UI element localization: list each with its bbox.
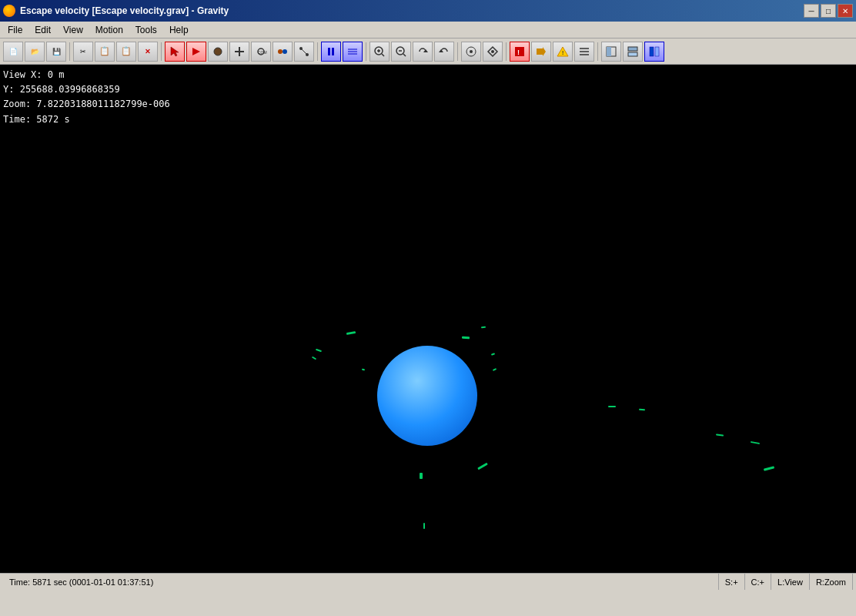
status-time-text: Time: 5871 sec (0001-01-01 01:37:51) xyxy=(9,578,153,587)
rotate-cw-button[interactable] xyxy=(413,42,433,62)
status-r: R:Zoom xyxy=(810,574,853,590)
hud-zoom: Zoom: 7.82203188011182799e-006 xyxy=(3,97,170,112)
svg-point-8 xyxy=(283,49,287,54)
menu-tools[interactable]: Tools xyxy=(129,22,163,38)
pause-icon xyxy=(325,45,337,58)
new-icon: 📄 xyxy=(9,48,18,55)
particle xyxy=(639,409,645,411)
pause-button[interactable] xyxy=(321,42,341,62)
zoom-out-button[interactable] xyxy=(391,42,411,62)
hud-view-y: Y: 255688.03996868359 xyxy=(3,82,170,97)
particle xyxy=(493,368,497,371)
menu-help[interactable]: Help xyxy=(163,22,195,38)
particle xyxy=(423,523,425,529)
separator-3 xyxy=(317,42,318,61)
view1-button[interactable] xyxy=(601,42,621,62)
object-tool-button[interactable] xyxy=(208,42,228,62)
save-button[interactable]: 💾 xyxy=(46,42,66,62)
svg-rect-13 xyxy=(332,48,334,55)
minimize-button[interactable]: ─ xyxy=(804,4,819,18)
paste-button[interactable]: 📋 xyxy=(116,42,136,62)
svg-marker-0 xyxy=(171,47,179,56)
particle xyxy=(346,331,356,335)
toolbar: 📄 📂 💾 ✂ 📋 📋 ✕ COM xyxy=(0,38,856,65)
cut-button[interactable]: ✂ xyxy=(73,42,93,62)
grid-icon xyxy=(346,45,359,58)
status-c: C:+ xyxy=(745,574,771,590)
close-button[interactable]: ✕ xyxy=(838,4,853,18)
menu-motion[interactable]: Motion xyxy=(89,22,129,38)
separator-6 xyxy=(506,42,507,61)
svg-marker-32 xyxy=(537,47,546,56)
view3-button[interactable] xyxy=(644,42,664,62)
connect-button[interactable] xyxy=(294,42,314,62)
status-l-label: L:View xyxy=(777,578,803,587)
svg-rect-42 xyxy=(650,47,654,56)
particle xyxy=(316,349,322,353)
svg-point-29 xyxy=(491,50,494,53)
follow-button[interactable] xyxy=(483,42,503,62)
new-button[interactable]: 📄 xyxy=(3,42,23,62)
multi-icon xyxy=(276,45,289,58)
status-r-label: R:Zoom xyxy=(816,578,846,587)
separator-4 xyxy=(366,42,366,61)
svg-rect-41 xyxy=(628,52,637,56)
multi-button[interactable] xyxy=(273,42,293,62)
alert-button[interactable]: ! xyxy=(510,42,530,62)
view2-button[interactable] xyxy=(623,42,643,62)
copy-icon: 📋 xyxy=(99,46,110,56)
particle xyxy=(312,357,316,360)
svg-rect-30 xyxy=(515,47,524,56)
warning-button[interactable]: ! xyxy=(553,42,573,62)
open-icon: 📂 xyxy=(31,48,39,55)
open-button[interactable]: 📂 xyxy=(25,42,45,62)
svg-marker-1 xyxy=(192,48,200,55)
menu-file[interactable]: File xyxy=(2,22,28,38)
simulation-viewport[interactable]: View X: 0 m Y: 255688.03996868359 Zoom: … xyxy=(0,65,856,573)
svg-text:!: ! xyxy=(517,49,520,56)
svg-text:COM: COM xyxy=(258,50,267,55)
zoom-in-icon xyxy=(373,45,386,58)
titlebar-left: Escape velocity [Escape velocity.grav] -… xyxy=(3,5,229,17)
planet-body[interactable] xyxy=(377,346,477,446)
menu-edit[interactable]: Edit xyxy=(28,22,57,38)
add-icon xyxy=(233,45,246,58)
arrow-right-button[interactable] xyxy=(531,42,551,62)
object-icon xyxy=(212,45,224,58)
rotate-ccw-button[interactable] xyxy=(434,42,454,62)
com-button[interactable]: COM xyxy=(251,42,271,62)
follow-icon xyxy=(487,45,499,58)
particle xyxy=(420,473,423,479)
zoom-in-button[interactable] xyxy=(369,42,390,62)
hud-time: Time: 5872 s xyxy=(3,112,170,127)
svg-point-27 xyxy=(470,50,473,53)
grid-button[interactable] xyxy=(343,42,363,62)
arrow-right-icon xyxy=(535,45,547,58)
status-c-label: C:+ xyxy=(751,578,764,587)
run-button[interactable] xyxy=(186,42,206,62)
particle xyxy=(764,466,774,471)
copy-button[interactable]: 📋 xyxy=(95,42,115,62)
separator-2 xyxy=(161,42,162,61)
particle xyxy=(608,406,616,407)
view1-icon xyxy=(605,45,617,58)
connect-icon xyxy=(298,45,310,58)
particle xyxy=(462,336,470,340)
separator-1 xyxy=(69,42,70,61)
save-icon: 💾 xyxy=(52,48,61,55)
cut-icon: ✂ xyxy=(80,48,86,55)
statusbar: Time: 5871 sec (0001-01-01 01:37:51) S:+… xyxy=(0,573,856,590)
svg-rect-40 xyxy=(628,47,637,51)
particle xyxy=(491,353,495,356)
particle xyxy=(481,326,486,329)
svg-marker-25 xyxy=(439,49,443,52)
maximize-button[interactable]: □ xyxy=(821,4,836,18)
delete-button[interactable]: ✕ xyxy=(138,42,158,62)
track-button[interactable] xyxy=(461,42,481,62)
view3-icon xyxy=(648,45,660,58)
select-tool-button[interactable] xyxy=(165,42,185,62)
status-s-label: S:+ xyxy=(725,578,738,587)
menu-view[interactable]: View xyxy=(57,22,89,38)
add-button[interactable] xyxy=(229,42,249,62)
list-button[interactable] xyxy=(574,42,594,62)
